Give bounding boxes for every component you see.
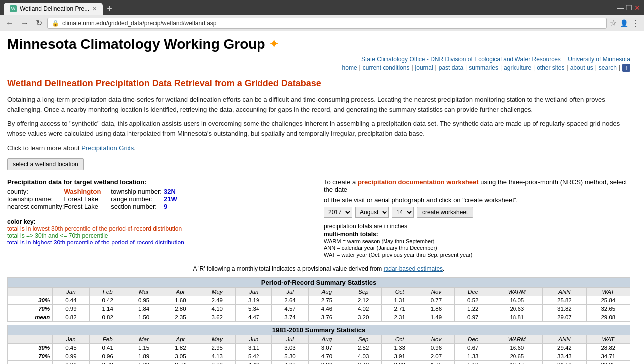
table-row: 70%0.990.961.893.054.135.425.304.704.033… xyxy=(8,352,630,360)
url-text: climate.umn.edu/gridded_data/precip/wetl… xyxy=(62,20,602,27)
col-aug: Aug xyxy=(308,287,345,296)
stats1981-table-section: 1981-2010 Summary Statistics JanFebMarAp… xyxy=(7,325,630,364)
col-wat: WAT xyxy=(586,287,630,296)
browser-chrome: W Wetland Delineation Pre... ✕ + — ❐ ✕ ←… xyxy=(0,0,644,31)
worksheet-text2: of the site visit or aerial photograph a… xyxy=(324,196,630,204)
location-info: Precipitation data for target wetland lo… xyxy=(7,178,314,246)
radar-link[interactable]: radar-based estimates xyxy=(384,265,443,272)
tab-bar: W Wetland Delineation Pre... ✕ + — ❐ ✕ xyxy=(0,0,644,15)
header-org-links: State Climatology Office - DNR Division … xyxy=(7,55,630,63)
sun-icon: ✦ xyxy=(269,38,278,51)
color-key: color key: total is in lowest 30th perce… xyxy=(7,218,314,246)
nav-current-conditions[interactable]: current conditions xyxy=(363,64,410,71)
minimize-btn[interactable]: — xyxy=(617,4,624,12)
worksheet-area: To create a precipitation documentation … xyxy=(324,178,630,260)
bookmark-star-icon[interactable]: ☆ xyxy=(610,18,617,28)
col-may: May xyxy=(199,287,235,296)
precip-grids-link[interactable]: Precipitation Grids xyxy=(81,144,134,152)
site-title: Minnesota Climatology Working Group ✦ xyxy=(7,36,630,52)
maximize-btn[interactable]: ❐ xyxy=(626,4,632,12)
period-table: Period-of-Record Summary Statistics Jan … xyxy=(7,277,630,322)
township-name-val: Forest Lake xyxy=(64,195,98,203)
section-val: 9 xyxy=(164,203,167,210)
nav-journal[interactable]: journal xyxy=(415,64,433,71)
facebook-icon[interactable]: f xyxy=(622,64,630,72)
page-title: Wetland Delineation Precipitation Data R… xyxy=(7,78,630,89)
col-mar: Mar xyxy=(126,287,162,296)
para1: Obtaining a long-term precipitation data… xyxy=(7,95,630,114)
period-col-headers: Jan Feb Mar Apr May Jun Jul Aug Sep Oct … xyxy=(8,287,630,296)
tab-title: Wetland Delineation Pre... xyxy=(20,5,89,12)
county-label: county: xyxy=(7,188,64,195)
worksheet-link[interactable]: precipitation documentation worksheet xyxy=(358,178,479,186)
nav-agriculture[interactable]: agriculture xyxy=(504,64,531,71)
col-nov: Nov xyxy=(418,287,454,296)
col-jan: Jan xyxy=(53,287,89,296)
site-nav: home | current conditions | journal | pa… xyxy=(7,64,630,74)
day-select[interactable]: 14 xyxy=(392,207,414,218)
community-label: nearest community: xyxy=(7,203,64,210)
units-note: precipitation totals are in inches xyxy=(324,223,630,230)
org-link-umn[interactable]: University of Minnesota xyxy=(568,56,630,63)
reload-btn[interactable]: ↻ xyxy=(34,17,44,29)
forward-btn[interactable]: → xyxy=(19,18,31,29)
col-sep: Sep xyxy=(345,287,382,296)
table-row: 30%0.440.420.951.602.493.192.642.752.121… xyxy=(8,296,630,304)
ann-note: ANN = calendar year (January thru Decemb… xyxy=(324,245,437,251)
close-window-btn[interactable]: ✕ xyxy=(634,4,640,12)
wat-note: WAT = water year (Oct. previous year thr… xyxy=(324,252,472,258)
nav-other-sites[interactable]: other sites xyxy=(537,64,564,71)
community-val: Forest Lake xyxy=(64,203,98,210)
select-wetland-btn[interactable]: select a wetland location xyxy=(7,158,84,170)
location-header: Precipitation data for target wetland lo… xyxy=(7,178,314,186)
back-btn[interactable]: ← xyxy=(4,18,16,29)
township-num-label: township number: xyxy=(101,188,164,195)
page-content: Minnesota Climatology Working Group ✦ St… xyxy=(0,31,638,364)
create-worksheet-btn[interactable]: create worksheet xyxy=(417,207,473,218)
active-tab[interactable]: W Wetland Delineation Pre... ✕ xyxy=(4,3,103,15)
click-text: Click to learn more about xyxy=(7,144,81,152)
col-jun: Jun xyxy=(235,287,271,296)
new-tab-button[interactable]: + xyxy=(103,4,116,14)
year-select[interactable]: 2017 xyxy=(324,207,352,218)
worksheet-controls: 2017 August 14 create worksheet xyxy=(324,207,630,218)
profile-icon[interactable]: 👤 xyxy=(620,19,628,27)
org-link-dnr[interactable]: State Climatology Office - DNR Division … xyxy=(361,56,561,63)
para2: By offering access to "synthetic" data, … xyxy=(7,119,630,138)
col-oct: Oct xyxy=(382,287,418,296)
tab-close-btn[interactable]: ✕ xyxy=(92,6,97,12)
month-select[interactable]: August xyxy=(355,207,389,218)
lock-icon: 🔒 xyxy=(52,20,59,27)
period-title: Period-of-Record Summary Statistics xyxy=(8,277,630,287)
nav-summaries[interactable]: summaries xyxy=(469,64,498,71)
location-row-community: nearest community: Forest Lake section n… xyxy=(7,203,177,210)
stats1981-table: 1981-2010 Summary Statistics JanFebMarAp… xyxy=(7,325,630,364)
nav-past-data[interactable]: past data xyxy=(439,64,463,71)
nav-about-us[interactable]: about us xyxy=(570,64,593,71)
township-name-label: township name: xyxy=(7,195,64,203)
table-notes: precipitation totals are in inches multi… xyxy=(324,223,630,258)
address-bar[interactable]: 🔒 climate.umn.edu/gridded_data/precip/we… xyxy=(47,18,607,29)
county-val: Washington xyxy=(64,188,101,195)
warm-note: WARM = warm season (May thru September) xyxy=(324,238,434,244)
worksheet-text: To create a precipitation documentation … xyxy=(324,178,630,193)
nav-home[interactable]: home xyxy=(342,64,357,71)
range-label: range number: xyxy=(101,195,164,203)
table-row: 70%0.991.141.842.804.105.344.574.464.022… xyxy=(8,304,630,313)
section-label: section number: xyxy=(101,203,164,210)
col-apr: Apr xyxy=(162,287,199,296)
col-ann: ANN xyxy=(543,287,586,296)
site-header: Minnesota Climatology Working Group ✦ St… xyxy=(7,36,630,74)
nav-search[interactable]: search xyxy=(599,64,617,71)
tab-favicon: W xyxy=(10,5,17,12)
period-table-section: Period-of-Record Summary Statistics Jan … xyxy=(7,277,630,322)
location-row-county: county: Washington township number: 32N xyxy=(7,188,177,195)
stats1981-title: 1981-2010 Summary Statistics xyxy=(8,325,630,335)
color-key-label: color key: xyxy=(7,218,36,225)
browser-menu-btn[interactable]: ⋮ xyxy=(631,18,640,29)
col-warm: WARM xyxy=(491,287,543,296)
table-row: mean0.820.821.502.353.624.473.743.763.20… xyxy=(8,313,630,321)
stats1981-col-headers: JanFebMarApr MayJunJulAug SepOctNovDec W… xyxy=(8,335,630,343)
township-num-val: 32N xyxy=(164,188,176,195)
address-bar-row: ← → ↻ 🔒 climate.umn.edu/gridded_data/pre… xyxy=(0,15,644,31)
